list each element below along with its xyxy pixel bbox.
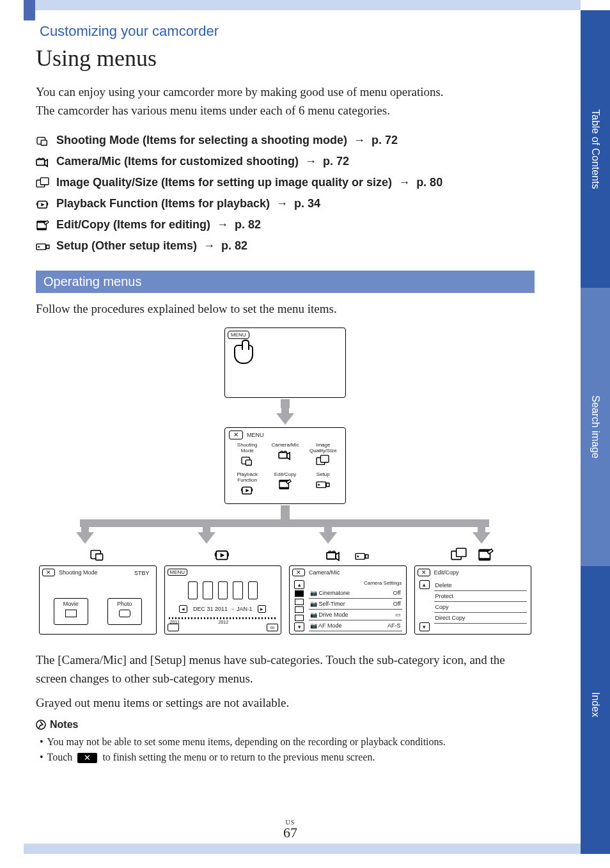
tab-table-of-contents[interactable]: Table of Contents	[581, 10, 610, 288]
page-number: US 67	[0, 819, 581, 840]
photo-tile: Photo	[107, 598, 142, 625]
side-tabs: Table of Contents Search image Index	[581, 10, 610, 844]
settings-row: Copy	[434, 602, 528, 613]
arrow-right-icon: →	[398, 176, 410, 189]
menu-corner-label: MENU	[228, 331, 249, 339]
close-icon: ✕	[292, 569, 305, 576]
menu-grid-cell: Camera/Mic	[268, 442, 302, 469]
menu-flow-diagram: MENU ✕ MENU Shooting ModeCamera/MicImage…	[39, 327, 531, 635]
menu-category-page: p. 34	[294, 197, 320, 210]
close-button-graphic: ✕	[77, 753, 97, 763]
operating-menus-lead: Follow the procedures explained below to…	[36, 302, 535, 316]
page-title: Using menus	[36, 45, 535, 72]
menu-category-item: Setup (Other setup items) → p. 82	[36, 239, 535, 253]
intro-text: You can enjoy using your camcorder more …	[36, 83, 535, 120]
settings-row: Direct Copy	[434, 613, 528, 624]
operating-menus-header: Operating menus	[36, 271, 535, 293]
diagram-panel-camera-mic: ✕Camera/Mic ▴ ▾ Camera Settings 📷 Cinema…	[289, 545, 407, 635]
menu-category-page: p. 82	[221, 239, 247, 253]
arrow-down-icon	[276, 413, 294, 425]
settings-row: 📷 AF ModeAF-S	[309, 620, 402, 631]
arrow-down-icon	[319, 532, 337, 544]
close-icon: ✕	[42, 569, 55, 576]
post-diagram-text-1: The [Camera/Mic] and [Setup] menus have …	[36, 651, 535, 688]
menu-category-item: Shooting Mode (Items for selecting a sho…	[36, 134, 535, 147]
scroll-down-icon: ▾	[294, 622, 304, 631]
menu-category-item: Camera/Mic (Items for customized shootin…	[36, 155, 535, 168]
diagram-menu-screen: ✕ MENU Shooting ModeCamera/MicImage Qual…	[224, 427, 346, 504]
close-icon: ✕	[229, 430, 243, 439]
menu-category-label: Playback Function (Items for playback)	[56, 197, 270, 210]
menu-category-label: Camera/Mic (Items for customized shootin…	[56, 155, 299, 168]
section-label: Customizing your camcorder	[40, 23, 535, 40]
scroll-down-icon: ▾	[419, 622, 430, 631]
settings-row: 📷 Self-TimerOff	[309, 599, 402, 610]
setup-icon	[36, 241, 50, 252]
notes-icon	[36, 720, 46, 730]
menu-grid-cell: Image Quality/Size	[306, 442, 340, 469]
menu-category-label: Image Quality/Size (Items for setting up…	[56, 176, 392, 189]
menu-grid-cell: Setup	[306, 471, 340, 498]
note-item: You may not be able to set some menu ite…	[47, 734, 446, 750]
menu-screen-title: MENU	[247, 432, 264, 438]
camera-mic-icon	[36, 156, 50, 168]
settings-row: Protect	[434, 591, 528, 602]
menu-grid-cell: Edit/Copy	[268, 471, 302, 498]
post-diagram-text-2: Grayed out menu items or settings are no…	[36, 694, 535, 713]
note-item: Touch ✕ to finish setting the menu or to…	[47, 750, 375, 765]
stby-label: STBY	[134, 570, 150, 576]
menu-category-item: Edit/Copy (Items for editing) → p. 82	[36, 218, 535, 232]
notes-list: You may not be able to set some menu ite…	[36, 734, 535, 765]
diagram-panel-shooting-mode: ✕Shooting Mode STBY Movie Photo	[39, 545, 157, 635]
edit-copy-icon	[36, 219, 50, 231]
next-icon: ▸	[258, 605, 266, 613]
menu-category-item: Image Quality/Size (Items for setting up…	[36, 176, 535, 189]
arrow-down-icon	[76, 532, 94, 544]
arrow-right-icon: →	[354, 134, 365, 147]
menu-category-label: Setup (Other setup items)	[56, 239, 197, 253]
settings-row: 📷 Drive Mode▭	[309, 610, 402, 620]
image-quality-icon	[36, 177, 50, 189]
settings-row: 📷 CinematoneOff	[309, 588, 402, 599]
menu-category-label: Edit/Copy (Items for editing)	[56, 218, 210, 232]
bottom-accent-bar	[24, 844, 610, 854]
menu-grid-cell: Playback Function	[230, 471, 264, 498]
shooting-mode-icon	[36, 135, 50, 146]
tab-search-image[interactable]: Search image	[581, 288, 610, 565]
scroll-up-icon: ▴	[419, 580, 430, 589]
menu-category-page: p. 82	[235, 218, 261, 232]
tab-index[interactable]: Index	[581, 566, 610, 844]
notes-heading: Notes	[36, 719, 535, 730]
diagram-touch-screen: MENU	[224, 327, 346, 398]
menu-category-list: Shooting Mode (Items for selecting a sho…	[36, 134, 535, 253]
diagram-panel-playback: MENU ◂ DEC 31 2011 → JAN·1 ▸ 2011 2012 ∞	[164, 545, 282, 635]
prev-icon: ◂	[179, 605, 187, 613]
arrow-right-icon: →	[217, 218, 228, 232]
movie-tile: Movie	[54, 598, 88, 625]
menu-grid-cell: Shooting Mode	[230, 442, 264, 469]
arrow-down-icon	[198, 532, 215, 544]
top-accent-bar	[24, 0, 581, 10]
arrow-right-icon: →	[203, 239, 215, 253]
settings-row: Delete	[434, 580, 528, 591]
arrow-right-icon: →	[276, 197, 288, 210]
menu-category-page: p. 72	[371, 134, 398, 147]
arrow-down-icon	[473, 532, 490, 544]
touch-hand-icon	[234, 345, 253, 364]
menu-category-item: Playback Function (Items for playback) →…	[36, 197, 535, 210]
menu-category-label: Shooting Mode (Items for selecting a sho…	[56, 134, 347, 147]
scroll-up-icon: ▴	[294, 580, 304, 589]
menu-category-page: p. 72	[323, 155, 349, 168]
playback-icon	[36, 198, 50, 210]
menu-category-page: p. 80	[416, 176, 442, 189]
arrow-right-icon: →	[305, 155, 317, 168]
diagram-panel-edit-copy: ✕Edit/Copy ▴ ▾ DeleteProtectCopyDirect C…	[414, 545, 532, 635]
close-icon: ✕	[418, 569, 430, 576]
